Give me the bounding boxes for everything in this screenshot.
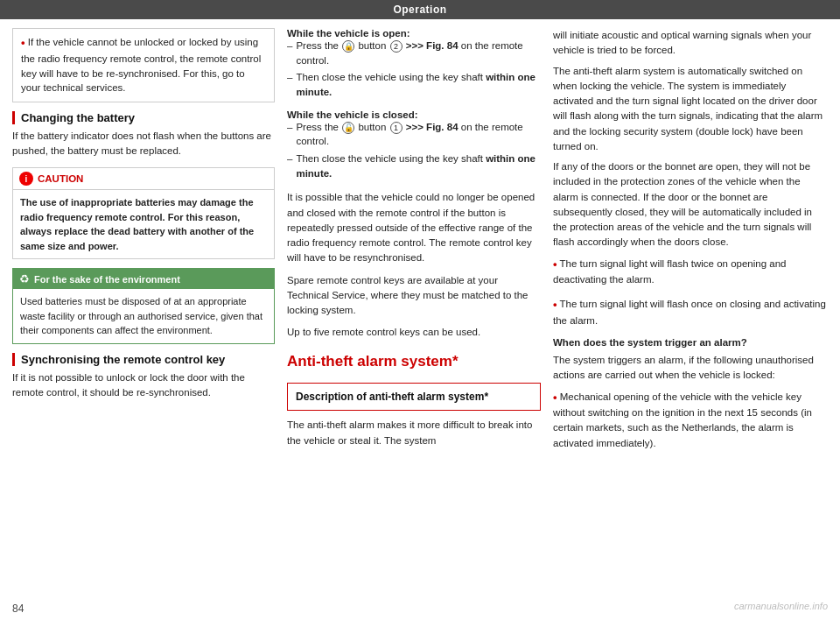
dash-3: – bbox=[287, 120, 292, 149]
right-para-1: will initiate acoustic and optical warni… bbox=[553, 28, 828, 59]
content-area: • If the vehicle cannot be unlocked or l… bbox=[0, 19, 840, 620]
antitheft-heading: Anti-theft alarm system* bbox=[287, 353, 541, 370]
info-box: • If the vehicle cannot be unlocked or l… bbox=[12, 28, 275, 102]
bullet-red-3: • bbox=[553, 391, 557, 404]
environment-box: ♻ For the sake of the environment Used b… bbox=[12, 268, 275, 344]
caution-title: CAUTION bbox=[38, 173, 83, 184]
right-bullet-2: • The turn signal light will flash once … bbox=[553, 296, 828, 328]
while-open-item-1: – Press the 🔒 button 2 >>> Fig. 84 on th… bbox=[287, 39, 541, 67]
while-open-item-2: – Then close the vehicle using the key s… bbox=[287, 70, 541, 99]
while-closed-item-1-text: Press the 🔓 button 1 >>> Fig. 84 on the … bbox=[296, 120, 541, 149]
environment-body: Used batteries must be disposed of at an… bbox=[13, 289, 274, 343]
while-open-heading: While the vehicle is open: bbox=[287, 28, 541, 39]
bullet-red-1: • bbox=[553, 257, 557, 271]
caution-icon: i bbox=[19, 172, 33, 186]
right-column: will initiate acoustic and optical warni… bbox=[553, 28, 828, 611]
environment-icon: ♻ bbox=[19, 272, 30, 285]
changing-battery-section: Changing the battery If the battery indi… bbox=[12, 111, 275, 159]
antitheft-intro: The anti-theft alarm makes it more diffi… bbox=[287, 418, 541, 448]
environment-header: ♻ For the sake of the environment bbox=[13, 269, 274, 289]
right-para-3: If any of the doors or the bonnet are op… bbox=[553, 159, 828, 250]
btn-2-icon: 2 bbox=[390, 40, 402, 53]
while-open-item-1-text: Press the 🔒 button 2 >>> Fig. 84 on the … bbox=[296, 39, 541, 67]
while-closed-item-2: – Then close the vehicle using the key s… bbox=[287, 151, 541, 180]
while-closed-heading: While the vehicle is closed: bbox=[287, 109, 541, 120]
caution-header: i CAUTION bbox=[13, 168, 274, 190]
middle-column: While the vehicle is open: – Press the 🔒… bbox=[287, 28, 541, 611]
synchronising-heading: Synchronising the remote control key bbox=[12, 353, 275, 366]
left-column: • If the vehicle cannot be unlocked or l… bbox=[12, 28, 275, 611]
changing-battery-heading: Changing the battery bbox=[12, 111, 275, 124]
synchronising-text: If it is not possible to unlock or lock … bbox=[12, 370, 275, 401]
bullet-red-2: • bbox=[553, 298, 557, 311]
changing-battery-text: If the battery indicator does not flash … bbox=[12, 129, 275, 159]
info-box-text: If the vehicle cannot be unlocked or loc… bbox=[21, 37, 261, 93]
middle-para-1: It is possible that the vehicle could no… bbox=[287, 190, 541, 265]
desc-box: Description of anti-theft alarm system* bbox=[287, 383, 541, 412]
header-title: Operation bbox=[393, 4, 446, 16]
caution-body-text: The use of inappropriate batteries may d… bbox=[20, 197, 254, 251]
while-closed-item-2-text: Then close the vehicle using the key sha… bbox=[296, 151, 541, 180]
when-text: The system triggers an alarm, if the fol… bbox=[553, 353, 828, 384]
dash-2: – bbox=[287, 70, 292, 99]
last-bullet: • Mechanical opening of the vehicle with… bbox=[553, 389, 828, 451]
when-heading: When does the system trigger an alarm? bbox=[553, 337, 828, 348]
right-para-2: The anti-theft alarm system is automatic… bbox=[553, 64, 828, 155]
while-open-section: While the vehicle is open: – Press the 🔒… bbox=[287, 28, 541, 102]
dash-1: – bbox=[287, 39, 292, 67]
btn-lock-icon: 🔒 bbox=[342, 40, 354, 53]
page: Operation • If the vehicle cannot be unl… bbox=[0, 0, 840, 620]
right-bullet-2-text: The turn signal light will flash once on… bbox=[553, 299, 826, 326]
desc-box-heading: Description of anti-theft alarm system* bbox=[296, 391, 488, 403]
while-closed-section: While the vehicle is closed: – Press the… bbox=[287, 109, 541, 184]
watermark: carmanualsonline.info bbox=[734, 601, 828, 611]
right-bullet-1: • The turn signal light will flash twice… bbox=[553, 256, 828, 288]
btn-open-icon: 🔓 bbox=[342, 122, 354, 134]
synchronising-section: Synchronising the remote control key If … bbox=[12, 353, 275, 401]
while-open-item-2-text: Then close the vehicle using the key sha… bbox=[296, 70, 541, 99]
right-bullet-1-text: The turn signal light will flash twice o… bbox=[553, 257, 786, 285]
environment-title: For the sake of the environment bbox=[34, 274, 180, 285]
header-bar: Operation bbox=[0, 0, 840, 19]
last-bullet-text: Mechanical opening of the vehicle with t… bbox=[553, 391, 812, 447]
middle-para-2: Spare remote control keys are available … bbox=[287, 273, 541, 319]
caution-box: i CAUTION The use of inappropriate batte… bbox=[12, 167, 275, 259]
bullet-icon: • bbox=[21, 36, 25, 49]
while-closed-item-1: – Press the 🔓 button 1 >>> Fig. 84 on th… bbox=[287, 120, 541, 149]
btn-1-icon: 1 bbox=[390, 122, 402, 134]
caution-body: The use of inappropriate batteries may d… bbox=[13, 190, 274, 258]
dash-4: – bbox=[287, 151, 292, 180]
page-number: 84 bbox=[12, 602, 24, 615]
middle-para-3: Up to five remote control keys can be us… bbox=[287, 325, 541, 340]
